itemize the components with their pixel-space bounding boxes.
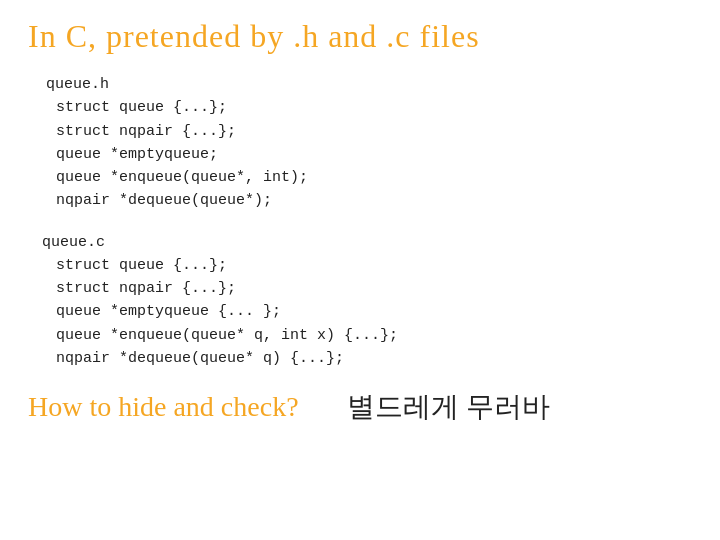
queue-c-block: queue.c struct queue {...}; struct nqpai… — [28, 231, 692, 371]
queue-h-line-5: nqpair *dequeue(queue*); — [56, 189, 692, 212]
queue-c-line-3: queue *emptyqueue {... }; — [56, 300, 692, 323]
bottom-row: How to hide and check? 별드레게 무러바 — [28, 388, 692, 426]
page-container: In C, pretended by .h and .c files queue… — [0, 0, 720, 540]
queue-c-line-5: nqpair *dequeue(queue* q) {...}; — [56, 347, 692, 370]
page-title: In C, pretended by .h and .c files — [28, 18, 692, 55]
queue-h-line-3: queue *emptyqueue; — [56, 143, 692, 166]
queue-h-line-2: struct nqpair {...}; — [56, 120, 692, 143]
queue-h-line-1: struct queue {...}; — [56, 96, 692, 119]
queue-c-line-4: queue *enqueue(queue* q, int x) {...}; — [56, 324, 692, 347]
queue-h-line-4: queue *enqueue(queue*, int); — [56, 166, 692, 189]
bottom-korean: 별드레게 무러바 — [347, 388, 550, 426]
queue-c-line-1: struct queue {...}; — [56, 254, 692, 277]
queue-c-line-2: struct nqpair {...}; — [56, 277, 692, 300]
queue-c-label: queue.c — [42, 231, 692, 254]
bottom-question: How to hide and check? — [28, 391, 299, 423]
queue-h-label: queue.h — [28, 73, 692, 96]
queue-h-block: queue.h struct queue {...}; struct nqpai… — [28, 73, 692, 213]
